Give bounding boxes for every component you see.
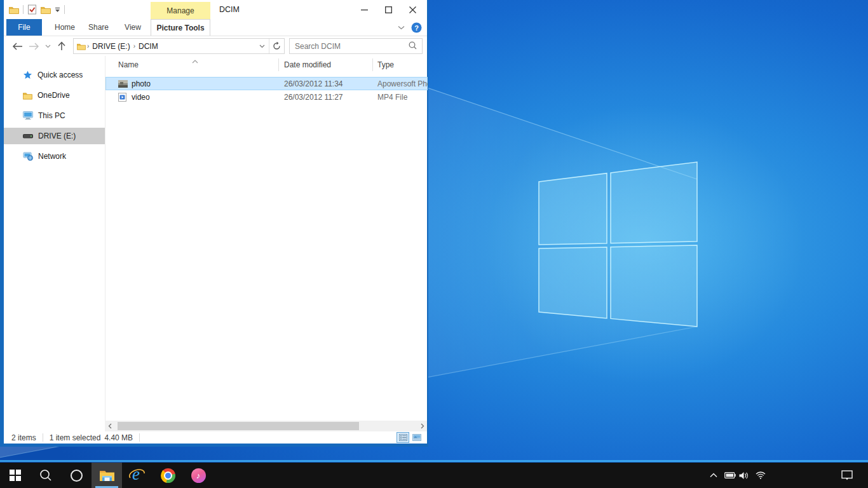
navigation-bar: › DRIVE (E:) › DCIM	[4, 36, 427, 56]
sidebar-item-drive-e[interactable]: DRIVE (E:)	[4, 128, 105, 144]
navigation-pane: Quick access OneDrive This PC	[4, 56, 105, 421]
taskbar: e ♪	[0, 463, 868, 488]
qat-new-folder-icon[interactable]	[41, 6, 51, 14]
internet-explorer-icon: e	[129, 467, 146, 484]
cortana-icon	[71, 470, 83, 482]
address-folder-icon	[77, 43, 86, 50]
sidebar-item-label: OneDrive	[37, 91, 70, 100]
window-title: DCIM	[219, 0, 240, 19]
wifi-status[interactable]	[752, 463, 769, 488]
sidebar-item-label: DRIVE (E:)	[38, 132, 76, 140]
column-header-type[interactable]: Type	[377, 56, 394, 74]
start-button[interactable]	[0, 463, 31, 488]
file-row-photo[interactable]: photo 26/03/2012 11:34 Apowersoft Pho	[105, 77, 428, 90]
action-center-button[interactable]	[837, 463, 857, 488]
scroll-right-arrow[interactable]	[417, 421, 427, 431]
qat-properties-icon[interactable]	[27, 4, 37, 15]
scroll-left-arrow[interactable]	[105, 421, 114, 431]
chrome-icon	[161, 468, 175, 483]
tab-share[interactable]: Share	[84, 19, 113, 36]
video-file-icon	[118, 93, 126, 102]
taskbar-chrome-button[interactable]	[153, 463, 183, 488]
qat-folder-icon[interactable]	[9, 6, 19, 14]
column-separator[interactable]	[372, 58, 373, 71]
volume-status[interactable]	[736, 463, 752, 488]
recent-locations-chevron-icon[interactable]	[42, 38, 53, 55]
breadcrumb-drive[interactable]: DRIVE (E:)	[90, 42, 132, 51]
quick-access-star-icon	[23, 71, 32, 79]
close-button[interactable]	[400, 0, 424, 19]
file-row-video[interactable]: video 26/03/2012 11:27 MP4 File	[105, 90, 428, 104]
sidebar-item-quick-access[interactable]: Quick access	[4, 67, 105, 83]
expand-ribbon-chevron-icon[interactable]	[398, 25, 405, 30]
status-bar: 2 items 1 item selected 4.40 MB	[4, 431, 427, 444]
forward-button[interactable]	[25, 38, 42, 55]
tab-view[interactable]: View	[119, 19, 146, 36]
file-name: video	[132, 93, 150, 102]
taskbar-file-explorer-button[interactable]	[92, 463, 122, 488]
file-date-modified: 26/03/2012 11:27	[284, 93, 343, 102]
onedrive-folder-icon	[23, 92, 32, 100]
taskbar-search-button[interactable]	[31, 463, 61, 488]
column-separator[interactable]	[278, 58, 279, 71]
speaker-icon	[739, 471, 749, 480]
sidebar-item-network[interactable]: Network	[4, 148, 105, 165]
column-header-name[interactable]: Name	[118, 56, 139, 74]
tab-picture-tools[interactable]: Picture Tools	[151, 19, 210, 36]
search-input[interactable]	[290, 42, 409, 51]
qat-customize-dropdown-icon[interactable]	[55, 7, 60, 13]
file-type: Apowersoft Pho	[377, 79, 428, 88]
action-center-icon	[841, 470, 853, 480]
hidden-icons-chevron[interactable]	[705, 463, 722, 488]
address-bar[interactable]: › DRIVE (E:) › DCIM	[73, 38, 285, 54]
cortana-button[interactable]	[61, 463, 92, 488]
back-button[interactable]	[9, 38, 25, 55]
taskbar-internet-explorer-button[interactable]: e	[122, 463, 153, 488]
sidebar-item-label: Network	[38, 152, 66, 161]
tab-home[interactable]: Home	[51, 19, 79, 36]
sidebar-item-label: This PC	[38, 111, 65, 120]
column-header-date-modified[interactable]: Date modified	[284, 56, 331, 74]
taskbar-itunes-button[interactable]: ♪	[183, 463, 214, 488]
column-headers: Name Date modified Type	[105, 56, 428, 74]
up-button[interactable]	[53, 38, 70, 55]
sidebar-item-this-pc[interactable]: This PC	[4, 107, 105, 124]
search-box[interactable]	[289, 38, 423, 54]
manage-context-tab[interactable]: Manage	[151, 2, 210, 19]
tab-file[interactable]: File	[6, 19, 42, 36]
quick-access-toolbar	[9, 0, 65, 19]
file-list: Name Date modified Type photo 26/03/2012…	[105, 56, 427, 421]
address-dropdown-chevron-icon[interactable]	[255, 39, 269, 53]
help-icon[interactable]: ?	[411, 22, 422, 33]
network-icon	[23, 152, 33, 161]
file-explorer-icon	[99, 469, 115, 482]
breadcrumb-chevron-icon: ›	[132, 43, 137, 50]
thumbnails-view-button[interactable]	[410, 432, 423, 443]
title-bar[interactable]: Manage DCIM	[4, 0, 427, 19]
search-icon	[39, 469, 52, 482]
selection-size: 4.40 MB	[104, 433, 133, 442]
photo-thumbnail-icon	[118, 80, 128, 88]
this-pc-monitor-icon	[23, 111, 33, 120]
details-view-button[interactable]	[397, 432, 409, 443]
desktop: Manage DCIM File Home S	[0, 0, 868, 488]
itunes-icon: ♪	[191, 468, 206, 483]
qat-separator	[64, 5, 65, 14]
battery-icon	[724, 472, 736, 478]
maximize-button[interactable]	[376, 0, 400, 19]
svg-text:?: ?	[414, 24, 419, 31]
sidebar-item-onedrive[interactable]: OneDrive	[4, 87, 105, 104]
breadcrumb-folder[interactable]: DCIM	[137, 42, 160, 51]
selection-count: 1 item selected	[50, 433, 101, 442]
scrollbar-thumb[interactable]	[118, 422, 359, 430]
file-explorer-window: Manage DCIM File Home S	[0, 0, 428, 447]
minimize-button[interactable]	[352, 0, 376, 19]
search-icon[interactable]	[409, 41, 422, 51]
qat-separator	[23, 5, 24, 14]
status-separator	[43, 433, 43, 442]
horizontal-scrollbar[interactable]	[105, 421, 427, 431]
sidebar-item-label: Quick access	[37, 71, 83, 79]
refresh-icon[interactable]	[269, 39, 284, 53]
chevron-up-icon	[710, 473, 717, 478]
item-count: 2 items	[11, 433, 36, 442]
